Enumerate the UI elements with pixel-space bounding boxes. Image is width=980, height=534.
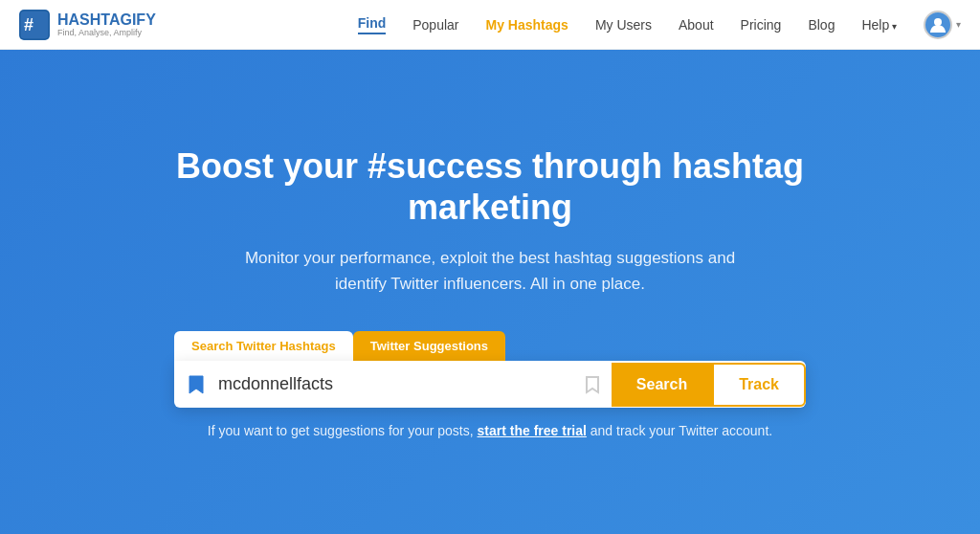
logo[interactable]: # HASHTAGIFY Find, Analyse, Amplify — [19, 10, 172, 40]
svg-text:#: # — [24, 15, 33, 34]
user-menu[interactable]: ▾ — [924, 11, 961, 39]
hint-pre-text: If you want to get suggestions for your … — [208, 423, 478, 438]
search-input[interactable] — [218, 361, 573, 408]
nav-item-myhashtags[interactable]: My Hashtags — [486, 17, 568, 33]
nav-item-find[interactable]: Find — [358, 15, 387, 34]
tabs-row: Search Twitter Hashtags Twitter Suggesti… — [174, 331, 505, 361]
free-trial-link[interactable]: start the free trial — [478, 423, 587, 438]
bookmark-left-icon — [174, 374, 218, 395]
main-nav: Find Popular My Hashtags My Users About … — [358, 11, 961, 39]
bookmark-save-icon[interactable] — [573, 375, 612, 394]
nav-item-help[interactable]: Help — [861, 17, 897, 33]
nav-item-blog[interactable]: Blog — [808, 17, 835, 33]
svg-point-3 — [934, 18, 942, 26]
nav-item-about[interactable]: About — [679, 17, 714, 33]
logo-text: HASHTAGIFY Find, Analyse, Amplify — [57, 11, 156, 37]
logo-icon: # — [19, 10, 50, 40]
nav-item-pricing[interactable]: Pricing — [741, 17, 782, 33]
hero-subtitle: Monitor your performance, exploit the be… — [222, 245, 758, 297]
hero-section: Boost your #success through hashtag mark… — [0, 50, 980, 534]
track-button[interactable]: Track — [712, 363, 806, 407]
search-container: Search Twitter Hashtags Twitter Suggesti… — [174, 331, 806, 408]
search-button[interactable]: Search — [612, 363, 712, 407]
hint-post-text: and track your Twitter account. — [587, 423, 772, 438]
tab-search-hashtags[interactable]: Search Twitter Hashtags — [174, 331, 353, 361]
logo-subtitle: Find, Analyse, Amplify — [57, 29, 156, 37]
tab-twitter-suggestions[interactable]: Twitter Suggestions — [353, 331, 505, 361]
header: # HASHTAGIFY Find, Analyse, Amplify Find… — [0, 0, 980, 50]
search-row: Search Track — [174, 361, 806, 408]
nav-item-myusers[interactable]: My Users — [595, 17, 652, 33]
user-chevron-icon: ▾ — [956, 19, 961, 30]
hint-text: If you want to get suggestions for your … — [208, 423, 772, 438]
nav-item-popular[interactable]: Popular — [412, 17, 458, 33]
logo-title: HASHTAGIFY — [57, 11, 156, 29]
avatar[interactable] — [924, 11, 952, 39]
hero-title: Boost your #success through hashtag mark… — [117, 145, 863, 228]
